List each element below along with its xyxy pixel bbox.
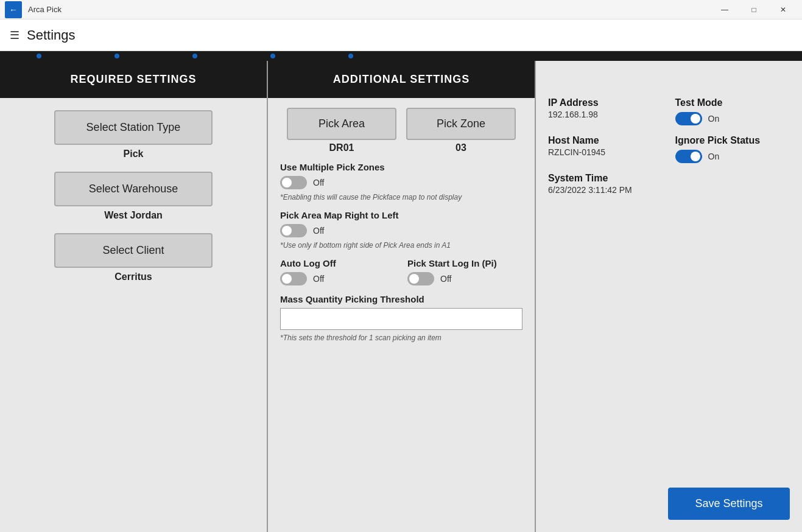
pick-area-map-toggle-row: Off: [280, 224, 522, 237]
main-content: REQUIRED SETTINGS Select Station Type Pi…: [0, 61, 802, 532]
ip-address-item: IP Address 192.168.1.98: [548, 97, 663, 125]
host-name-label: Host Name: [548, 135, 663, 146]
threshold-label: Mass Quantity Picking Threshold: [280, 294, 522, 304]
select-station-type-button[interactable]: Select Station Type: [54, 110, 213, 145]
auto-log-off-toggle[interactable]: [280, 272, 307, 285]
auto-log-off-label: Auto Log Off: [280, 258, 395, 268]
pick-area-map-toggle[interactable]: [280, 224, 307, 237]
use-multiple-pick-zones-section: Use Multiple Pick Zones Off *Enabling th…: [280, 162, 522, 201]
warehouse-item: Select Warehouse West Jordan: [12, 172, 255, 221]
use-multiple-pick-zones-label: Use Multiple Pick Zones: [280, 162, 522, 172]
ip-address-label: IP Address: [548, 97, 663, 108]
close-button[interactable]: ✕: [769, 0, 797, 19]
test-mode-label: Test Mode: [675, 97, 790, 108]
required-settings-body: Select Station Type Pick Select Warehous…: [0, 98, 267, 532]
required-settings-heading: REQUIRED SETTINGS: [0, 61, 267, 98]
ignore-pick-status-item: Ignore Pick Status On: [675, 135, 790, 163]
test-mode-item: Test Mode On: [675, 97, 790, 125]
save-btn-area: Save Settings: [548, 488, 790, 520]
system-time-value: 6/23/2022 3:11:42 PM: [548, 185, 663, 195]
pick-start-log-in-toggle-row: Off: [407, 272, 522, 285]
system-time-item: System Time 6/23/2022 3:11:42 PM: [548, 173, 663, 195]
app-title: Arca Pick: [28, 5, 62, 14]
pick-zone-button[interactable]: Pick Zone: [406, 108, 516, 140]
step-dot-3: [192, 54, 197, 58]
client-item: Select Client Cerritus: [12, 233, 255, 282]
title-bar: ← Arca Pick — □ ✕: [0, 0, 802, 19]
use-multiple-pick-zones-toggle[interactable]: [280, 176, 307, 189]
back-button[interactable]: ←: [5, 1, 22, 18]
select-client-button[interactable]: Select Client: [54, 233, 213, 268]
ignore-pick-status-toggle[interactable]: [675, 150, 702, 163]
test-mode-toggle-row: On: [675, 112, 790, 125]
pick-area-map-label: Pick Area Map Right to Left: [280, 210, 522, 220]
step-dot-5: [348, 54, 353, 58]
pick-area-map-state: Off: [313, 226, 324, 236]
pick-area-group: Pick Area DR01: [287, 108, 396, 153]
additional-settings-panel: ADDITIONAL SETTINGS Pick Area DR01 Pick …: [268, 61, 536, 532]
additional-settings-body: Pick Area DR01 Pick Zone 03 Use Multiple…: [268, 98, 535, 532]
pick-start-log-in-col: Pick Start Log In (Pi) Off: [407, 258, 522, 285]
pick-area-map-note: *Use only if bottom right side of Pick A…: [280, 241, 522, 250]
host-name-item: Host Name RZLCIN-01945: [548, 135, 663, 163]
ignore-pick-status-toggle-row: On: [675, 150, 790, 163]
step-dot-1: [37, 54, 41, 58]
client-value: Cerritus: [114, 271, 152, 282]
warehouse-value: West Jordan: [104, 210, 163, 221]
step-bar: [0, 51, 802, 61]
pick-start-log-in-label: Pick Start Log In (Pi): [407, 258, 522, 268]
ip-address-value: 192.168.1.98: [548, 110, 663, 119]
right-panel: IP Address 192.168.1.98 Test Mode On Hos…: [536, 61, 802, 532]
header-bar: ☰ Settings: [0, 19, 802, 51]
ignore-pick-status-state: On: [708, 152, 720, 161]
station-type-value: Pick: [124, 149, 144, 159]
pick-start-log-in-state: Off: [440, 274, 451, 284]
pick-area-value: DR01: [329, 142, 354, 153]
pick-zone-group: Pick Zone 03: [406, 108, 516, 153]
pick-area-map-section: Pick Area Map Right to Left Off *Use onl…: [280, 210, 522, 250]
auto-log-off-toggle-row: Off: [280, 272, 395, 285]
station-type-item: Select Station Type Pick: [12, 110, 255, 159]
required-settings-panel: REQUIRED SETTINGS Select Station Type Pi…: [0, 61, 268, 532]
step-dot-2: [114, 54, 119, 58]
threshold-section: Mass Quantity Picking Threshold *This se…: [280, 294, 522, 342]
pick-zone-value: 03: [456, 142, 466, 153]
hamburger-menu-button[interactable]: ☰: [10, 29, 19, 42]
test-mode-state: On: [708, 114, 720, 124]
page-title: Settings: [27, 27, 76, 43]
window-controls: — □ ✕: [711, 0, 797, 19]
pick-start-log-in-toggle[interactable]: [407, 272, 434, 285]
step-dot-4: [270, 54, 275, 58]
use-multiple-pick-zones-state: Off: [313, 178, 324, 187]
save-settings-button[interactable]: Save Settings: [668, 488, 790, 520]
threshold-note: *This sets the threshold for 1 scan pick…: [280, 334, 522, 342]
additional-settings-heading: ADDITIONAL SETTINGS: [268, 61, 535, 98]
system-time-label: System Time: [548, 173, 663, 184]
threshold-input[interactable]: [280, 308, 522, 330]
minimize-button[interactable]: —: [711, 0, 739, 19]
select-warehouse-button[interactable]: Select Warehouse: [54, 172, 213, 206]
auto-log-off-col: Auto Log Off Off: [280, 258, 395, 285]
two-col-toggle-row: Auto Log Off Off Pick Start Log In (Pi): [280, 258, 522, 285]
use-multiple-pick-zones-toggle-row: Off: [280, 176, 522, 189]
use-multiple-pick-zones-note: *Enabling this will cause the Pickface m…: [280, 193, 522, 201]
host-name-value: RZLCIN-01945: [548, 147, 663, 157]
maximize-button[interactable]: □: [740, 0, 768, 19]
info-grid: IP Address 192.168.1.98 Test Mode On Hos…: [548, 97, 790, 195]
pick-buttons-row: Pick Area DR01 Pick Zone 03: [280, 108, 522, 153]
ignore-pick-status-label: Ignore Pick Status: [675, 135, 790, 146]
auto-log-off-state: Off: [313, 274, 324, 284]
test-mode-toggle[interactable]: [675, 112, 702, 125]
pick-area-button[interactable]: Pick Area: [287, 108, 396, 140]
